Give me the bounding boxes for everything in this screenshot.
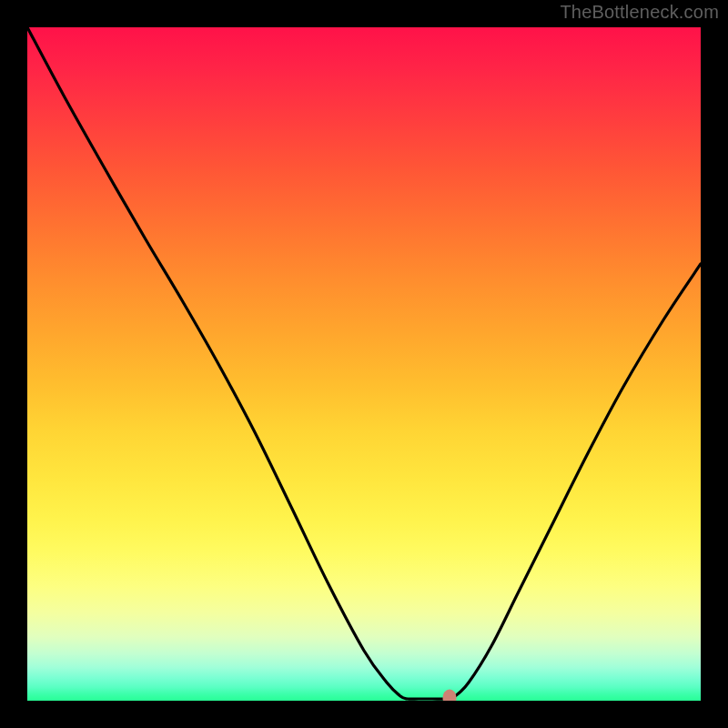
optimal-point-marker: [443, 690, 457, 702]
chart-frame: TheBottleneck.com: [0, 0, 728, 728]
plot-area: [27, 27, 701, 701]
bottleneck-curve: [27, 27, 701, 701]
watermark-text: TheBottleneck.com: [560, 2, 719, 23]
